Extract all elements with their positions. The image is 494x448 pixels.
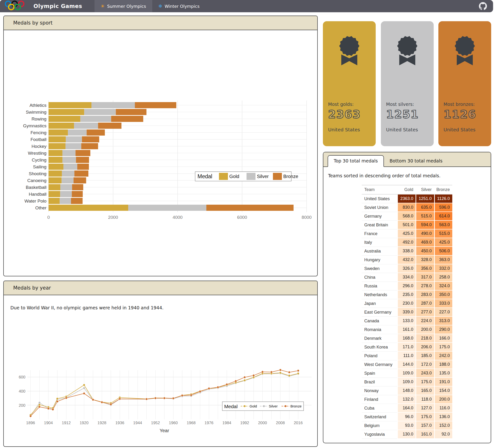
bar-segment[interactable]	[49, 184, 60, 190]
line-point[interactable]	[101, 401, 103, 403]
bar-segment[interactable]	[98, 123, 121, 129]
bar-segment[interactable]	[74, 123, 98, 129]
line-point[interactable]	[288, 374, 290, 377]
bar-segment[interactable]	[49, 191, 60, 197]
line-point[interactable]	[181, 395, 183, 397]
line-point[interactable]	[297, 372, 299, 374]
bar-segment[interactable]	[116, 109, 146, 115]
bar-segment[interactable]	[72, 191, 83, 197]
line-point[interactable]	[172, 397, 174, 399]
bar-segment[interactable]	[49, 164, 63, 170]
line-point[interactable]	[56, 400, 59, 402]
bar-segment[interactable]	[91, 102, 135, 108]
bar-segment[interactable]	[135, 102, 176, 108]
line-point[interactable]	[235, 380, 237, 382]
bar-segment[interactable]	[49, 157, 62, 163]
bar-segment[interactable]	[49, 170, 62, 177]
tab-top-30-total-medals[interactable]: Top 30 total medals	[328, 155, 384, 167]
line-point[interactable]	[83, 387, 85, 389]
line-point[interactable]	[297, 370, 299, 372]
line-point[interactable]	[38, 406, 40, 408]
bar-segment[interactable]	[60, 184, 72, 190]
bar-segment[interactable]	[49, 136, 66, 142]
line-point[interactable]	[244, 376, 246, 378]
bar-segment[interactable]	[49, 205, 128, 211]
tab-summer-olympics[interactable]: ☀ Summer Olympics	[95, 0, 152, 12]
legend-entry[interactable]: Gold	[219, 173, 239, 180]
line-point[interactable]	[279, 371, 281, 374]
bar-segment[interactable]	[49, 129, 68, 136]
table-row: Australia338.0450.0506.0	[362, 247, 452, 256]
bar-segment[interactable]	[49, 116, 80, 122]
line-point[interactable]	[119, 398, 121, 400]
line-point[interactable]	[199, 390, 201, 393]
bar-segment[interactable]	[75, 150, 90, 156]
bar-segment[interactable]	[87, 129, 105, 136]
bar-segment[interactable]	[49, 177, 62, 183]
line-point[interactable]	[208, 387, 210, 390]
bar-segment[interactable]	[49, 143, 65, 149]
line-point[interactable]	[288, 371, 290, 373]
line-point[interactable]	[38, 404, 40, 406]
line-point[interactable]	[47, 408, 49, 410]
bar-segment[interactable]	[62, 157, 76, 163]
line-point[interactable]	[38, 402, 40, 404]
line-point[interactable]	[261, 371, 263, 373]
bar-segment[interactable]	[49, 123, 74, 129]
bar-segment[interactable]	[62, 150, 75, 156]
bar-segment[interactable]	[206, 205, 293, 211]
line-point[interactable]	[190, 394, 192, 396]
bar-segment[interactable]	[60, 191, 72, 197]
tab-bottom-30-total-medals[interactable]: Bottom 30 total medals	[384, 156, 448, 166]
bar-segment[interactable]	[84, 109, 116, 115]
bar-segment[interactable]	[65, 143, 81, 149]
line-point[interactable]	[56, 397, 59, 400]
legend-entry[interactable]: Bronze	[273, 173, 298, 180]
legend-entry[interactable]: Silver	[247, 173, 269, 180]
line-point[interactable]	[29, 415, 32, 417]
line-point[interactable]	[226, 384, 228, 385]
bar-segment[interactable]	[63, 164, 77, 170]
bar-segment[interactable]	[76, 157, 89, 163]
line-point[interactable]	[92, 399, 94, 401]
category-label: Football	[30, 137, 46, 142]
bar-segment[interactable]	[72, 184, 83, 190]
line-point[interactable]	[110, 403, 112, 405]
bar-segment[interactable]	[74, 177, 86, 183]
bar-segment[interactable]	[49, 102, 91, 108]
line-point[interactable]	[145, 398, 148, 400]
medal-count-cell: 135.0	[434, 369, 452, 378]
line-point[interactable]	[163, 397, 165, 399]
bar-segment[interactable]	[60, 198, 71, 204]
line-point[interactable]	[83, 392, 85, 395]
bar-segment[interactable]	[62, 177, 74, 183]
github-icon[interactable]	[479, 2, 487, 10]
bar-segment[interactable]	[128, 205, 206, 211]
medal-count-cell: 218.0	[416, 334, 434, 343]
line-point[interactable]	[52, 408, 54, 410]
bar-segment[interactable]	[49, 198, 60, 204]
bar-segment[interactable]	[80, 116, 111, 122]
bar-segment[interactable]	[82, 136, 99, 142]
team-cell: Norway	[362, 386, 397, 395]
bar-segment[interactable]	[81, 143, 98, 149]
line-point[interactable]	[154, 397, 157, 399]
line-point[interactable]	[83, 384, 85, 386]
bar-segment[interactable]	[74, 170, 89, 177]
line-point[interactable]	[244, 379, 246, 381]
bar-segment[interactable]	[49, 109, 84, 115]
bar-segment[interactable]	[77, 164, 89, 170]
line-point[interactable]	[253, 374, 255, 377]
bar-segment[interactable]	[111, 116, 143, 122]
table-row: South Korea171.0206.0175.0	[362, 343, 452, 352]
line-point[interactable]	[217, 386, 219, 388]
line-point[interactable]	[270, 371, 272, 373]
line-point[interactable]	[279, 369, 281, 371]
tab-winter-olympics[interactable]: ❄ Winter Olympics	[152, 0, 206, 12]
bar-segment[interactable]	[49, 150, 62, 156]
bar-segment[interactable]	[71, 198, 83, 204]
bar-segment[interactable]	[62, 170, 74, 177]
bar-segment[interactable]	[66, 136, 82, 142]
line-point[interactable]	[65, 397, 67, 399]
bar-segment[interactable]	[68, 129, 86, 136]
